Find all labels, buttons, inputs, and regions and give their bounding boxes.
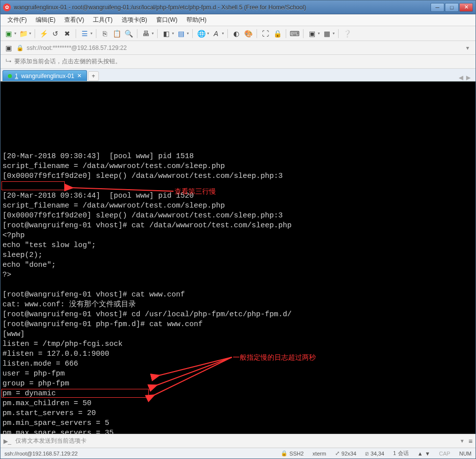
terminal-line: [0x00007f9fc1f9d2e0] sleep() /data/wwwro… — [2, 211, 474, 221]
status-dot-icon — [8, 74, 12, 78]
toolbar: ▣▾ 📁▾ ⚡ ↺ ✖ ☰▾ ⎘ 📋 🔍 🖶▾ ◧▾ ▤▾ 🌐▾ A▾ ◐ 🎨 … — [0, 26, 476, 41]
dropdown-icon[interactable]: ▾ — [207, 31, 209, 36]
tab-session-1[interactable]: 1 wangruifenglinux-01 ✕ — [2, 70, 87, 81]
close-button[interactable]: ✕ — [459, 3, 473, 12]
arrow-up-icon[interactable]: ▲ — [418, 451, 423, 457]
menu-view[interactable]: 查看(V) — [60, 15, 88, 25]
tab-add-button[interactable]: + — [88, 71, 99, 81]
dropdown-icon[interactable]: ▾ — [90, 31, 92, 36]
terminal-line: pm.max_children = 50 — [2, 399, 474, 409]
menu-tools[interactable]: 工具(T) — [89, 15, 116, 25]
tab-index: 1 — [15, 73, 18, 80]
send-dropdown-icon[interactable]: ▼ — [460, 438, 465, 444]
status-bar: ssh://root@192.168.57.129:22 🔒SSH2 xterm… — [0, 448, 476, 459]
terminal-line: echo "done"; — [2, 260, 474, 270]
send-menu-icon[interactable]: ≡ — [469, 437, 473, 445]
dropdown-icon[interactable]: ▾ — [318, 31, 320, 36]
menu-tabs[interactable]: 选项卡(B) — [118, 15, 151, 25]
status-connection: ssh://root@192.168.57.129:22 — [4, 451, 78, 457]
info-text: 要添加当前会话，点击左侧的箭头按钮。 — [14, 57, 121, 66]
terminal-icon[interactable]: ▣ — [307, 29, 317, 39]
terminal-line: listen = /tmp/php-fcgi.sock — [2, 339, 474, 349]
status-num: NUM — [459, 451, 472, 457]
disconnect-icon[interactable]: ✖ — [62, 29, 72, 39]
dropdown-icon[interactable]: ▾ — [222, 31, 224, 36]
dropdown-icon[interactable]: ▾ — [14, 31, 16, 36]
titlebar[interactable]: ✿ wangruifenglinux-01 - root@wangruifeng… — [0, 0, 476, 14]
menubar: 文件(F) 编辑(E) 查看(V) 工具(T) 选项卡(B) 窗口(W) 帮助(… — [0, 14, 476, 26]
session-add-icon[interactable]: ⮡ — [5, 58, 11, 65]
terminal-line: listen.mode = 666 — [2, 359, 474, 369]
lock-icon: 🔒 — [16, 44, 24, 51]
send-bar: ▶_ 仅将文本发送到当前选项卡 ▼ ≡ — [0, 434, 476, 448]
terminal-line: sleep(2); — [2, 250, 474, 260]
separator — [303, 29, 303, 38]
app-icon: ✿ — [3, 3, 11, 11]
terminal-line: pm = dynamic — [2, 389, 474, 399]
status-cap: CAP — [439, 451, 450, 457]
status-sessions: 1 会话 — [393, 450, 408, 457]
connect-icon[interactable]: ⚡ — [39, 29, 48, 39]
xftp-icon[interactable]: ◧ — [161, 29, 171, 39]
separator — [338, 29, 339, 38]
separator — [35, 29, 35, 38]
addr-dropdown-icon[interactable]: ▾ — [463, 43, 473, 53]
arrow-down-icon[interactable]: ▼ — [425, 451, 430, 457]
new-session-icon[interactable]: ▣ — [3, 29, 13, 39]
tab-bar: 1 wangruifenglinux-01 ✕ + ◀ ▶ — [0, 69, 476, 82]
theme-icon[interactable]: ◐ — [231, 29, 241, 39]
terminal-line: #listen = 127.0.0.1:9000 — [2, 349, 474, 359]
lock-icon[interactable]: 🔒 — [272, 29, 282, 39]
menu-window[interactable]: 窗口(W) — [152, 15, 181, 25]
status-protocol: SSH2 — [290, 451, 304, 457]
globe-icon[interactable]: 🌐 — [196, 29, 206, 39]
help-icon[interactable]: ❔ — [342, 29, 352, 39]
layout-icon[interactable]: ▦ — [322, 29, 332, 39]
font-icon[interactable]: A — [211, 29, 221, 39]
color-icon[interactable]: 🎨 — [243, 29, 253, 39]
find-icon[interactable]: 🔍 — [124, 29, 133, 39]
terminal-line: pm.min_spare_servers = 5 — [2, 418, 474, 428]
dropdown-icon[interactable]: ▾ — [29, 31, 31, 36]
address-text[interactable]: ssh://root:********@192.168.57.129:22 — [27, 44, 460, 51]
resize-icon: ⤢ — [335, 450, 340, 457]
status-cursor-pos: 34,34 — [371, 451, 385, 457]
dropdown-icon[interactable]: ▾ — [152, 31, 154, 36]
fullscreen-icon[interactable]: ⛶ — [260, 29, 270, 39]
terminal-line: [www] — [2, 330, 474, 339]
keyboard-icon[interactable]: ⌨ — [290, 29, 300, 39]
copy-icon[interactable]: ⎘ — [100, 29, 110, 39]
paste-icon[interactable]: 📋 — [112, 29, 122, 39]
properties-icon[interactable]: ☰ — [80, 29, 89, 39]
tab-left-icon[interactable]: ◀ — [459, 74, 463, 81]
menu-edit[interactable]: 编辑(E) — [32, 15, 59, 25]
menu-help[interactable]: 帮助(H) — [182, 15, 211, 25]
terminal-line: [20-Mar-2018 09:30:43] [pool www] pid 15… — [2, 152, 474, 162]
addr-new-icon[interactable]: ▣ — [3, 43, 13, 53]
minimize-button[interactable]: ─ — [431, 3, 444, 12]
status-term-type: xterm — [312, 451, 326, 457]
terminal-line: [root@wangruifeng-01 php-fpm.d]# cat www… — [2, 320, 474, 330]
separator — [286, 29, 286, 38]
send-icon[interactable]: ▶_ — [3, 438, 11, 445]
dropdown-icon[interactable]: ▾ — [172, 31, 174, 36]
dropdown-icon[interactable]: ▾ — [333, 31, 335, 36]
separator — [137, 29, 137, 38]
separator — [192, 29, 193, 38]
dropdown-icon[interactable]: ▾ — [187, 31, 189, 36]
send-input[interactable]: 仅将文本发送到当前选项卡 — [15, 437, 456, 445]
terminal-line: script_filename = /data/wwwroot/test.com… — [2, 201, 474, 211]
open-folder-icon[interactable]: 📁 — [18, 29, 28, 39]
terminal-line: [0x00007f9fc1f9d2e0] sleep() /data/wwwro… — [2, 171, 474, 181]
separator — [76, 29, 76, 38]
terminal[interactable]: 查看第三行慢 一般指定慢的日志超过两秒 [20-Mar-2018 09:30:4… — [0, 82, 476, 434]
tab-right-icon[interactable]: ▶ — [466, 74, 471, 81]
tab-close-icon[interactable]: ✕ — [77, 73, 82, 79]
cursor-icon: ⎚ — [365, 451, 369, 457]
compose-icon[interactable]: ▤ — [176, 29, 186, 39]
print-icon[interactable]: 🖶 — [141, 29, 151, 39]
reconnect-icon[interactable]: ↺ — [50, 29, 60, 39]
maximize-button[interactable]: □ — [445, 3, 459, 12]
menu-file[interactable]: 文件(F) — [3, 15, 31, 25]
info-bar: ⮡ 要添加当前会话，点击左侧的箭头按钮。 — [0, 55, 476, 69]
